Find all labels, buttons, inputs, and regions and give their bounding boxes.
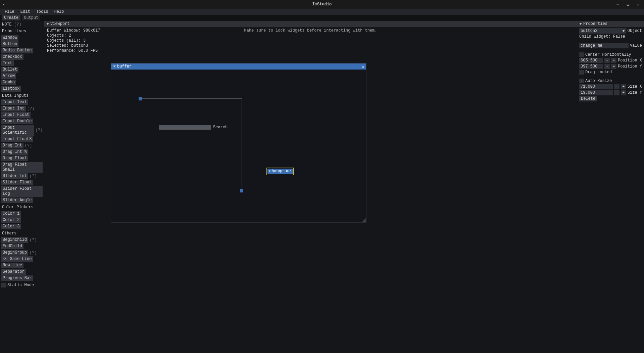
color-3[interactable]: Color 3 — [1, 224, 21, 229]
window-resize-grip[interactable] — [361, 218, 366, 222]
prim-text[interactable]: Text — [1, 60, 14, 66]
position-x-input[interactable]: 605.500 — [579, 58, 603, 63]
position-x-label: Position X — [618, 58, 642, 63]
center-horizontally-label: Center Horizontally — [585, 52, 631, 57]
buffer-title: buffer — [117, 64, 132, 69]
hint-icon[interactable]: (?) — [30, 174, 37, 179]
position-y-plus[interactable]: + — [611, 64, 616, 69]
center-horizontally-checkbox[interactable] — [579, 52, 584, 57]
position-y-minus[interactable]: - — [604, 64, 610, 69]
change-me-button[interactable]: change me — [267, 169, 293, 174]
resize-handle-top-left[interactable] — [139, 97, 142, 100]
section-others: Others — [1, 230, 43, 237]
prim-button[interactable]: Button — [1, 41, 18, 47]
note-hint[interactable]: (?) — [14, 22, 21, 27]
hint-icon[interactable]: (?) — [30, 238, 37, 242]
window-title: ImStudio — [312, 2, 332, 7]
others-item[interactable]: BeginGroup — [1, 250, 28, 256]
others-item[interactable]: EndChild — [1, 244, 23, 249]
color-2[interactable]: Color 2 — [1, 217, 21, 223]
prim-combo[interactable]: Combo — [1, 80, 16, 85]
child-widget-label: Child Widget: False — [579, 34, 642, 39]
others-item[interactable]: Progress Bar — [1, 275, 33, 281]
data-input-item[interactable]: Input Scientific — [1, 125, 34, 136]
size-x-plus[interactable]: + — [621, 84, 626, 89]
auto-resize-label: Auto Resize — [585, 79, 612, 83]
hint-icon[interactable]: (?) — [27, 106, 35, 111]
data-input-item[interactable]: Drag Int — [1, 143, 23, 148]
prim-arrow[interactable]: Arrow — [1, 73, 16, 79]
prim-window[interactable]: Window — [1, 35, 18, 41]
menu-file[interactable]: File — [3, 9, 16, 14]
data-input-item[interactable]: Input Int — [1, 106, 26, 112]
drag-locked-checkbox[interactable] — [579, 70, 584, 75]
buffer-window[interactable]: buffer ✕ Search change me — [111, 63, 366, 223]
resize-handle-bottom-right[interactable] — [240, 189, 243, 192]
prim-radio-button[interactable]: Radio Button — [1, 48, 33, 53]
data-input-item[interactable]: Input Float3 — [1, 136, 33, 142]
close-button[interactable]: ✕ — [635, 1, 641, 8]
search-input[interactable] — [159, 125, 211, 130]
auto-resize-checkbox[interactable] — [579, 79, 584, 83]
viewport-header[interactable]: Viewport — [44, 21, 577, 27]
data-input-item[interactable]: Input Text — [1, 99, 28, 105]
static-mode-checkbox[interactable] — [1, 283, 6, 288]
data-input-item[interactable]: Drag Int % — [1, 149, 28, 155]
os-titlebar: ImStudio — ◻ ✕ — [0, 0, 644, 9]
data-input-item[interactable]: Drag Float — [1, 156, 28, 161]
window-indicator-dot — [3, 4, 4, 5]
color-1[interactable]: Color 1 — [1, 211, 21, 217]
maximize-button[interactable]: ◻ — [625, 1, 631, 8]
delete-button[interactable]: Delete — [579, 96, 597, 101]
value-input[interactable]: change me — [579, 43, 629, 48]
buffer-close-button[interactable]: ✕ — [362, 64, 364, 69]
size-x-label: Size X — [628, 84, 642, 89]
tab-output[interactable]: Output — [22, 15, 40, 20]
menu-help[interactable]: Help — [52, 9, 66, 14]
viewport-hint: Make sure to lock widgets before interac… — [244, 28, 377, 33]
selected-button-frame[interactable]: change me — [266, 168, 294, 175]
data-input-item[interactable]: Input Float — [1, 112, 31, 118]
size-y-label: Size Y — [628, 90, 642, 95]
prim-bullet[interactable]: Bullet — [1, 67, 18, 73]
position-y-input[interactable]: 397.500 — [579, 64, 603, 69]
size-y-minus[interactable]: - — [614, 90, 620, 95]
viewport-info: Buffer Window: 988x617 Objects: 2 Object… — [47, 28, 100, 53]
section-data-inputs: Data Inputs — [1, 92, 43, 99]
data-input-item[interactable]: Slider Int — [1, 173, 28, 179]
size-x-minus[interactable]: - — [614, 84, 620, 89]
size-y-input[interactable]: 19.000 — [579, 90, 613, 95]
viewport-panel: Viewport Buffer Window: 988x617 Objects:… — [44, 21, 577, 353]
hint-icon[interactable]: (?) — [35, 128, 43, 133]
others-item[interactable]: << Same Line — [1, 256, 33, 262]
hint-icon[interactable]: (?) — [30, 251, 37, 255]
properties-header[interactable]: Properties — [577, 21, 644, 27]
menu-edit[interactable]: Edit — [18, 9, 32, 14]
prim-listbox[interactable]: Listbox — [1, 86, 21, 92]
data-input-item[interactable]: Slider Float Log — [1, 186, 43, 197]
chevron-down-icon — [622, 30, 625, 32]
data-input-item[interactable]: Slider Angle — [1, 197, 33, 203]
prim-checkbox[interactable]: Checkbox — [1, 54, 23, 60]
others-item[interactable]: New Line — [1, 263, 23, 268]
data-input-item[interactable]: Drag Float Small — [1, 162, 43, 173]
size-y-plus[interactable]: + — [621, 90, 626, 95]
position-x-minus[interactable]: - — [604, 58, 610, 63]
properties-panel: Properties button3 Object Child Widget: … — [577, 21, 644, 353]
data-input-item[interactable]: Slider Float — [1, 180, 33, 185]
minimize-button[interactable]: — — [614, 1, 621, 8]
search-label: Search — [213, 125, 228, 130]
data-input-item[interactable]: Input Double — [1, 119, 33, 124]
others-item[interactable]: BeginChild — [1, 237, 28, 243]
hint-icon[interactable]: (?) — [25, 143, 32, 148]
others-item[interactable]: Separator — [1, 269, 26, 275]
properties-title: Properties — [583, 21, 607, 26]
position-x-plus[interactable]: + — [611, 58, 616, 63]
child-widget-frame[interactable]: Search — [140, 98, 242, 191]
static-mode-label: Static Mode — [7, 283, 34, 288]
tab-create[interactable]: Create — [2, 15, 20, 20]
size-x-input[interactable]: 71.000 — [579, 84, 613, 89]
buffer-titlebar[interactable]: buffer ✕ — [111, 63, 366, 70]
menu-tools[interactable]: Tools — [34, 9, 50, 14]
object-combo[interactable]: button3 — [579, 28, 626, 34]
